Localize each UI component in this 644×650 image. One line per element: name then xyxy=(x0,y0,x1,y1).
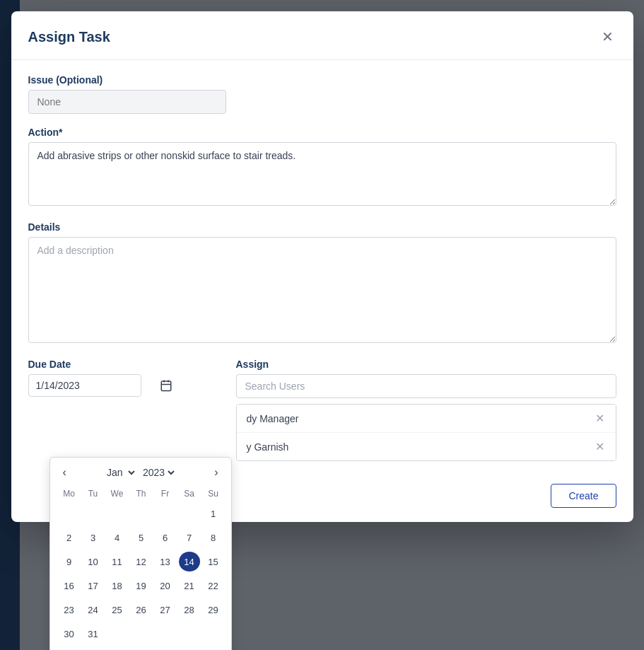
calendar-day[interactable]: 15 xyxy=(203,552,224,571)
calendar-day[interactable]: 16 xyxy=(59,576,80,596)
calendar-day[interactable]: 21 xyxy=(179,576,200,596)
calendar-day[interactable]: 30 xyxy=(59,624,80,644)
calendar-day-cell xyxy=(201,622,226,646)
calendar-day-cell[interactable]: 3 xyxy=(81,526,105,550)
prev-month-button[interactable]: ‹ xyxy=(59,465,71,480)
assigned-users-list: dy Manager ✕ y Garnish ✕ xyxy=(236,404,616,461)
calendar-day[interactable]: 12 xyxy=(131,552,152,571)
calendar-day-cell[interactable]: 28 xyxy=(177,598,201,622)
issue-input[interactable] xyxy=(28,90,226,114)
calendar-day-cell[interactable]: 21 xyxy=(177,574,201,598)
calendar-day-cell[interactable]: 19 xyxy=(129,574,153,598)
assigned-user-name: y Garnish xyxy=(247,441,289,453)
weekday-th: Th xyxy=(129,486,153,501)
calendar-month-year: Jan Feb Mar Apr May Jun Jul Aug Sep Oct … xyxy=(104,466,177,479)
calendar-day-cell xyxy=(105,622,129,646)
calendar-day[interactable]: 7 xyxy=(179,528,200,547)
calendar-day[interactable]: 26 xyxy=(131,600,152,620)
action-textarea[interactable]: Add abrasive strips or other nonskid sur… xyxy=(28,142,616,206)
calendar-day[interactable]: 17 xyxy=(83,576,104,596)
calendar-day[interactable]: 18 xyxy=(107,576,128,596)
calendar-day-cell[interactable]: 25 xyxy=(105,598,129,622)
details-textarea[interactable] xyxy=(28,237,616,343)
calendar-day-cell[interactable]: 5 xyxy=(129,526,153,550)
calendar-day-cell xyxy=(153,501,177,526)
bottom-row: Due Date xyxy=(28,359,616,461)
calendar-day[interactable]: 8 xyxy=(203,528,224,547)
calendar-day[interactable]: 27 xyxy=(155,600,176,620)
calendar-day-cell[interactable]: 13 xyxy=(153,550,177,574)
close-button[interactable]: ✕ xyxy=(599,25,616,48)
calendar-day[interactable]: 29 xyxy=(203,600,224,620)
calendar-day[interactable]: 23 xyxy=(59,600,80,620)
calendar-day[interactable]: 28 xyxy=(179,600,200,620)
calendar-popup: ‹ Jan Feb Mar Apr May Jun Jul Aug Sep Oc… xyxy=(49,457,232,650)
calendar-day-cell[interactable]: 12 xyxy=(129,550,153,574)
calendar-icon[interactable] xyxy=(160,379,172,392)
calendar-day[interactable]: 31 xyxy=(83,624,104,644)
calendar-day-cell[interactable]: 23 xyxy=(57,598,81,622)
calendar-day-cell[interactable]: 16 xyxy=(57,574,81,598)
calendar-day-cell[interactable]: 29 xyxy=(201,598,226,622)
assigned-user-item: dy Manager ✕ xyxy=(237,405,616,433)
calendar-day-cell[interactable]: 11 xyxy=(105,550,129,574)
calendar-day-cell xyxy=(177,501,201,526)
calendar-day-cell xyxy=(129,622,153,646)
calendar-day[interactable]: 13 xyxy=(155,552,176,571)
calendar-grid: Mo Tu We Th Fr Sa Su 1234567891011121314… xyxy=(57,486,226,646)
calendar-day-cell[interactable]: 7 xyxy=(177,526,201,550)
date-input-wrapper[interactable] xyxy=(28,374,141,397)
calendar-day-cell[interactable]: 8 xyxy=(201,526,226,550)
date-input[interactable] xyxy=(36,380,160,391)
calendar-day[interactable]: 1 xyxy=(203,504,224,523)
calendar-day[interactable]: 3 xyxy=(83,528,104,547)
calendar-day[interactable]: 24 xyxy=(83,600,104,620)
calendar-day[interactable]: 5 xyxy=(131,528,152,547)
search-users-input[interactable] xyxy=(236,374,616,398)
calendar-day[interactable]: 19 xyxy=(131,576,152,596)
assign-label: Assign xyxy=(236,359,616,370)
calendar-day-cell[interactable]: 2 xyxy=(57,526,81,550)
due-date-section: Due Date xyxy=(28,359,219,397)
month-select[interactable]: Jan Feb Mar Apr May Jun Jul Aug Sep Oct … xyxy=(104,466,137,479)
year-select[interactable]: 2023 2024 2025 xyxy=(140,466,177,479)
calendar-day-cell[interactable]: 17 xyxy=(81,574,105,598)
calendar-day-cell[interactable]: 18 xyxy=(105,574,129,598)
calendar-day[interactable]: 4 xyxy=(107,528,128,547)
calendar-day[interactable]: 25 xyxy=(107,600,128,620)
remove-user-button[interactable]: ✕ xyxy=(594,412,606,425)
calendar-day[interactable]: 2 xyxy=(59,528,80,547)
calendar-day[interactable]: 22 xyxy=(203,576,224,596)
calendar-day-cell[interactable]: 22 xyxy=(201,574,226,598)
calendar-day-cell[interactable]: 9 xyxy=(57,550,81,574)
calendar-day-cell[interactable]: 20 xyxy=(153,574,177,598)
issue-group: Issue (Optional) xyxy=(28,74,616,114)
calendar-day-cell[interactable]: 1 xyxy=(201,501,226,526)
calendar-day-cell xyxy=(153,622,177,646)
calendar-day-cell[interactable]: 4 xyxy=(105,526,129,550)
calendar-day-cell[interactable]: 26 xyxy=(129,598,153,622)
calendar-day-cell[interactable]: 24 xyxy=(81,598,105,622)
action-group: Action* Add abrasive strips or other non… xyxy=(28,127,616,209)
issue-label: Issue (Optional) xyxy=(28,74,616,86)
create-button[interactable]: Create xyxy=(551,484,616,508)
due-date-label: Due Date xyxy=(28,359,219,370)
calendar-day[interactable]: 10 xyxy=(83,552,104,571)
next-month-button[interactable]: › xyxy=(210,465,222,480)
calendar-day-cell[interactable]: 27 xyxy=(153,598,177,622)
calendar-day-cell[interactable]: 10 xyxy=(81,550,105,574)
calendar-day-cell[interactable]: 6 xyxy=(153,526,177,550)
remove-user-button[interactable]: ✕ xyxy=(594,440,606,453)
calendar-day-cell[interactable]: 30 xyxy=(57,622,81,646)
calendar-day-cell[interactable]: 15 xyxy=(201,550,226,574)
weekday-tu: Tu xyxy=(81,486,105,501)
calendar-day[interactable]: 9 xyxy=(59,552,80,571)
calendar-day[interactable]: 6 xyxy=(155,528,176,547)
calendar-day-cell xyxy=(129,501,153,526)
calendar-day-cell[interactable]: 14 xyxy=(177,550,201,574)
calendar-day[interactable]: 14 xyxy=(179,552,200,571)
calendar-day[interactable]: 20 xyxy=(155,576,176,596)
calendar-day[interactable]: 11 xyxy=(107,552,128,571)
calendar-day-cell[interactable]: 31 xyxy=(81,622,105,646)
weekday-su: Su xyxy=(201,486,226,501)
